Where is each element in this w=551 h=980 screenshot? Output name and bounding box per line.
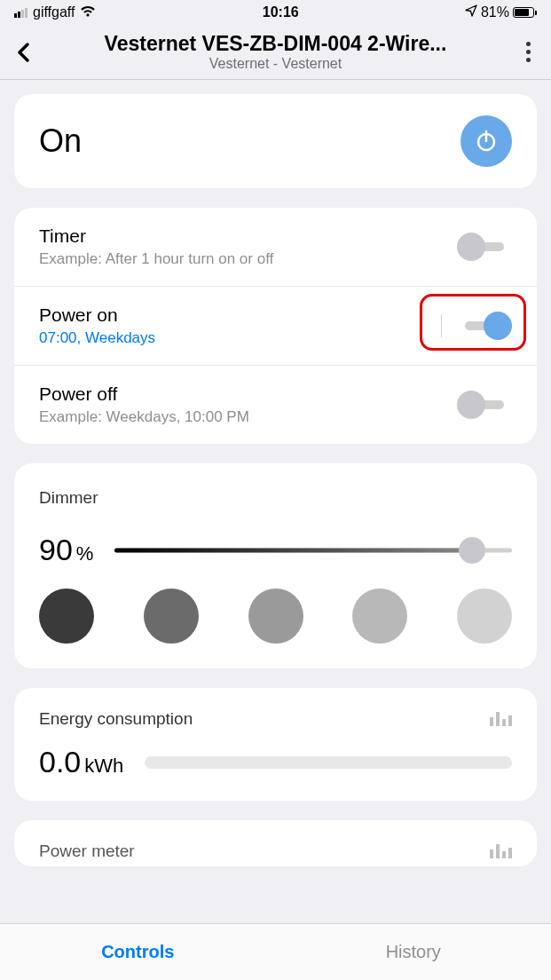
- dimmer-preset-2[interactable]: [144, 589, 199, 644]
- location-icon: [465, 4, 477, 20]
- power-off-toggle[interactable]: [457, 388, 512, 422]
- power-toggle-button[interactable]: [460, 115, 512, 167]
- energy-bar: [145, 756, 512, 769]
- dimmer-value: 90%: [39, 533, 93, 567]
- timer-title: Timer: [39, 225, 457, 247]
- timer-toggle[interactable]: [457, 230, 512, 264]
- schedule-card: Timer Example: After 1 hour turn on or o…: [14, 208, 537, 444]
- dimmer-preset-1[interactable]: [39, 589, 94, 644]
- power-on-toggle[interactable]: [457, 309, 512, 343]
- page-subtitle: Vesternet - Vesternet: [35, 56, 516, 72]
- signal-icon: [14, 8, 28, 18]
- clock: 10:16: [263, 4, 299, 20]
- dimmer-card: Dimmer 90%: [14, 463, 537, 668]
- dimmer-preset-5[interactable]: [457, 589, 512, 644]
- chart-icon[interactable]: [490, 844, 512, 858]
- power-off-title: Power off: [39, 383, 457, 405]
- dimmer-slider[interactable]: [114, 537, 512, 564]
- dimmer-preset-4[interactable]: [352, 589, 407, 644]
- battery-pct: 81%: [481, 4, 509, 20]
- power-off-sub: Example: Weekdays, 10:00 PM: [39, 408, 457, 426]
- power-on-row[interactable]: Power on 07:00, Weekdays: [14, 287, 537, 366]
- dimmer-presets: [39, 589, 512, 644]
- energy-title: Energy consumption: [39, 709, 193, 729]
- energy-value: 0.0kWh: [39, 745, 123, 779]
- power-meter-card: Power meter: [14, 820, 537, 866]
- timer-sub: Example: After 1 hour turn on or off: [39, 250, 457, 268]
- more-button[interactable]: [516, 40, 540, 65]
- carrier-label: giffgaff: [33, 4, 75, 20]
- power-off-row[interactable]: Power off Example: Weekdays, 10:00 PM: [14, 366, 537, 444]
- timer-row[interactable]: Timer Example: After 1 hour turn on or o…: [14, 208, 537, 287]
- bottom-tabs: Controls History: [0, 923, 551, 980]
- tab-history[interactable]: History: [276, 924, 552, 980]
- energy-card: Energy consumption 0.0kWh: [14, 688, 537, 801]
- power-on-title: Power on: [39, 304, 457, 326]
- status-bar: giffgaff 10:16 81%: [0, 0, 551, 25]
- wifi-icon: [80, 4, 96, 20]
- power-meter-title: Power meter: [39, 842, 135, 861]
- page-title: Vesternet VES-ZB-DIM-004 2-Wire...: [35, 32, 516, 56]
- header: Vesternet VES-ZB-DIM-004 2-Wire... Veste…: [0, 25, 551, 80]
- power-on-sub: 07:00, Weekdays: [39, 329, 457, 347]
- tab-controls[interactable]: Controls: [0, 924, 276, 980]
- dimmer-label: Dimmer: [39, 488, 512, 508]
- power-status-card: On: [14, 94, 537, 188]
- battery-icon: [513, 7, 537, 18]
- power-status-label: On: [39, 122, 82, 160]
- dimmer-preset-3[interactable]: [248, 589, 303, 644]
- back-button[interactable]: [11, 40, 35, 65]
- chart-icon[interactable]: [490, 712, 512, 726]
